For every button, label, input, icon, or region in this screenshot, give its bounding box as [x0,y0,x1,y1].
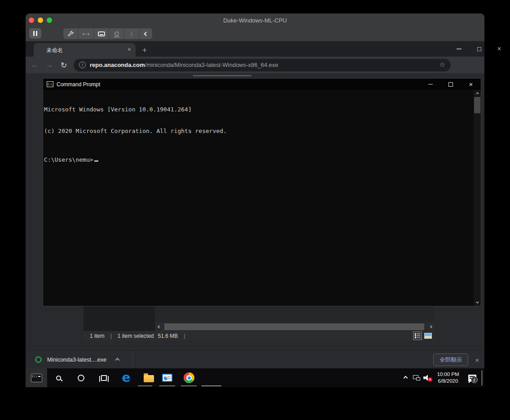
cortana-icon [78,375,84,381]
chrome-button[interactable] [182,371,196,385]
forward-button[interactable]: → [44,59,55,71]
cmd-maximize-button[interactable] [444,79,457,90]
cursor [94,160,98,162]
scroll-left-button[interactable] [155,323,163,331]
cortana-button[interactable] [74,371,88,385]
mac-minimize-button[interactable] [38,18,43,23]
cmd-close-button[interactable]: × [464,79,478,90]
scrollbar-thumb[interactable] [164,323,424,330]
download-item-divider [132,351,133,369]
vm-window: Duke-Windows-ML-CPU ‹··› ᛒ [26,13,484,387]
task-view-button[interactable] [97,371,111,385]
chrome-icon [184,372,194,383]
disk-icon [98,31,105,36]
collapse-toolbar-button[interactable] [140,28,152,39]
running-indicator-active [202,385,221,386]
cmd-window-icon: C:\ [47,81,53,87]
tab-close-icon[interactable]: × [128,46,131,53]
window-minimize-button[interactable] [452,41,466,57]
chevron-up-icon [115,358,119,362]
pause-button[interactable] [29,28,41,39]
search-button[interactable] [51,371,66,385]
restore-icon [477,47,481,51]
configure-button[interactable] [63,28,79,39]
chevron-down-icon [475,301,479,304]
notification-badge: 2 [471,376,478,383]
details-view-button[interactable] [413,332,422,340]
mac-close-button[interactable] [29,18,34,23]
download-menu-button[interactable] [114,356,121,363]
show-all-downloads-button[interactable]: 全部顯示 [433,354,468,366]
reload-button[interactable]: ↻ [58,59,70,71]
command-prompt-window: C:\ Command Prompt × Microsoft Windows [… [43,78,481,306]
window-restore-button[interactable] [472,41,486,57]
edge-icon: e [122,371,131,384]
window-close-button[interactable]: × [492,41,506,57]
vm-titlebar: Duke-Windows-ML-CPU [26,13,484,27]
url-domain: repo.anaconda.com [90,62,145,68]
clock-date: 6/8/2020 [432,378,464,385]
bluetooth-button[interactable]: ᛒ [124,28,140,39]
thumbnail-view-button[interactable] [423,332,432,340]
chevron-left-icon [144,31,148,36]
download-shelf-close-icon[interactable]: × [472,351,483,369]
cmd-minimize-button[interactable] [424,79,437,90]
download-progress-ring [35,356,42,363]
details-view-icon [415,333,420,338]
back-button[interactable]: ← [29,59,41,71]
browser-tab[interactable]: 未命名 × [34,43,136,57]
url-path: /miniconda/Miniconda3-latest-Windows-x86… [145,62,278,68]
code-button[interactable]: ‹··› [79,28,94,39]
camera-button[interactable] [109,28,124,39]
cmd-line: (c) 2020 Microsoft Corporation. All righ… [44,128,466,135]
scroll-down-button[interactable] [474,299,481,305]
page-content: 1 item | 1 item selected 51.6 MB | [26,73,484,350]
edge-button[interactable]: e [119,371,133,385]
taskbar-clock[interactable]: 10:00 PM 6/8/2020 [432,370,464,386]
disk-button[interactable] [94,28,109,39]
new-tab-button[interactable]: + [139,45,150,56]
volume-tray-icon[interactable]: × [422,372,433,384]
scroll-right-button[interactable] [427,323,435,331]
folder-icon [144,375,154,382]
explorer-window-top-edge [84,74,435,78]
page-info-icon[interactable]: i [79,62,86,68]
explorer-nav-pane [84,306,155,331]
cmd-titlebar[interactable]: C:\ Command Prompt × [43,79,481,90]
bookmark-star-icon[interactable]: ☆ [440,61,445,69]
cmd-vertical-scrollbar[interactable] [474,90,481,306]
cmd-prompt-line: C:\Users\nemu> [44,156,466,164]
address-bar[interactable]: i repo.anaconda.com/miniconda/Miniconda3… [74,59,451,71]
explorer-horizontal-scrollbar[interactable] [155,323,435,331]
control-panel-icon [162,374,172,382]
browser-tabstrip: 未命名 × + × [26,41,484,57]
selection-count: 1 item selected [118,333,154,339]
chevron-left-icon [158,325,161,328]
control-panel-button[interactable] [160,371,174,385]
file-explorer-button[interactable] [141,371,156,385]
mac-zoom-button[interactable] [47,18,52,23]
minimize-icon [428,84,433,85]
tray-overflow-button[interactable] [400,372,411,384]
show-desktop-divider[interactable] [482,370,482,385]
thumbnail-view-icon [424,333,432,339]
download-filename[interactable]: Miniconda3-latest....exe [47,351,106,369]
cmd-icon-label: C:\ [32,375,37,378]
tab-title: 未命名 [46,47,63,54]
item-count: 1 item [90,333,105,339]
minimize-icon [457,49,462,49]
code-icon: ‹··› [83,31,89,36]
network-tray-icon[interactable] [411,372,422,384]
selection-size: 51.6 MB [158,333,178,339]
cmd-terminal-output[interactable]: Microsoft Windows [Version 10.0.19041.26… [44,92,466,178]
scrollbar-thumb[interactable] [474,97,480,113]
cmd-icon: C:\ [31,374,42,382]
scroll-up-button[interactable] [474,90,481,97]
cmd-prompt-text: C:\Users\nemu> [44,156,93,163]
clock-time: 10:00 PM [432,371,464,378]
camera-icon [114,31,119,36]
speaker-muted-icon: × [423,374,431,381]
separator: | [110,333,112,339]
pause-icon [33,31,35,36]
action-center-button[interactable]: 2 [465,372,480,384]
